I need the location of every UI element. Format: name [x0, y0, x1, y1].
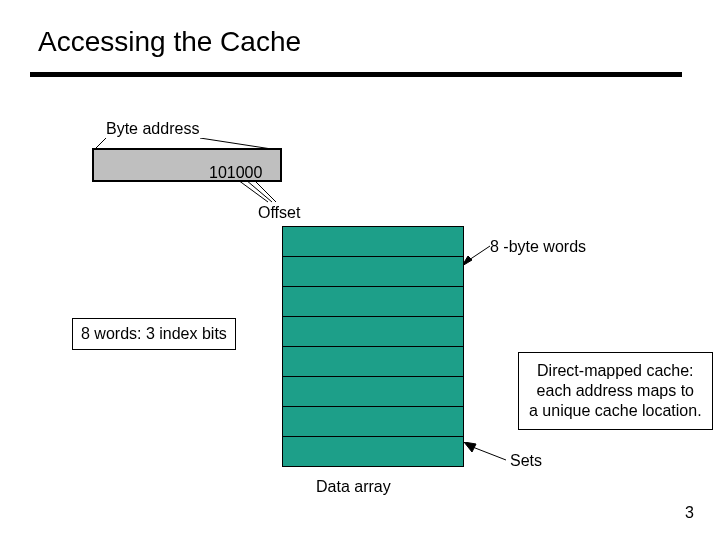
svg-line-3: [246, 180, 272, 202]
offset-label: Offset: [258, 204, 300, 222]
data-array-row: [283, 287, 463, 317]
data-array-row: [283, 257, 463, 287]
byte-address-label: Byte address: [106, 120, 199, 138]
svg-line-2: [238, 180, 268, 202]
data-array-row: [283, 227, 463, 257]
direct-mapped-line: Direct-mapped cache:: [529, 361, 702, 381]
title-underline: [30, 72, 682, 77]
data-array-row: [283, 377, 463, 407]
eight-byte-words-label: 8 -byte words: [490, 238, 586, 256]
data-array-row: [283, 437, 463, 466]
index-bits-note: 8 words: 3 index bits: [72, 318, 236, 350]
sets-label: Sets: [510, 452, 542, 470]
data-array-row: [283, 347, 463, 377]
svg-line-4: [254, 180, 276, 202]
slide-title: Accessing the Cache: [38, 26, 301, 58]
data-array-row: [283, 317, 463, 347]
slide-number: 3: [685, 504, 694, 522]
data-array-label: Data array: [316, 478, 391, 496]
direct-mapped-note: Direct-mapped cache: each address maps t…: [518, 352, 713, 430]
data-array: [282, 226, 464, 467]
direct-mapped-line: a unique cache location.: [529, 401, 702, 421]
data-array-row: [283, 407, 463, 437]
direct-mapped-line: each address maps to: [529, 381, 702, 401]
svg-line-7: [470, 446, 506, 460]
svg-marker-8: [464, 442, 476, 452]
